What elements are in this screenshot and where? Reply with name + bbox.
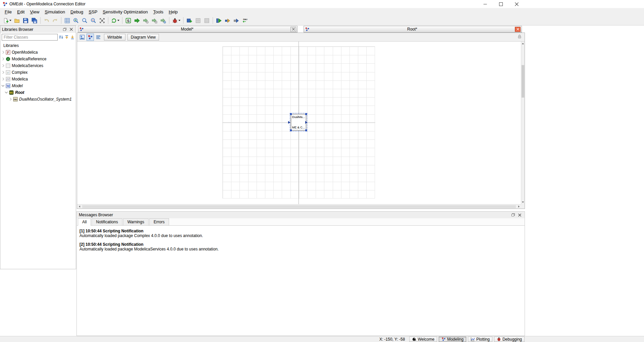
scroll-left-button[interactable]	[77, 205, 82, 209]
tree-item-openmodelica[interactable]: P OpenModelica	[0, 49, 76, 56]
simulate-animation-button[interactable]	[159, 16, 167, 25]
writable-button[interactable]: Writable	[104, 34, 125, 41]
menu-tools[interactable]: Tools	[151, 8, 166, 15]
simulate-transformational-debugger-button[interactable]	[142, 16, 150, 25]
scroll-right-button[interactable]	[517, 205, 521, 209]
undo-button[interactable]	[42, 16, 51, 25]
zoom-out-button[interactable]	[89, 16, 98, 25]
menu-simulation[interactable]: Simulation	[42, 8, 68, 15]
perspective-modeling-button[interactable]: Modeling	[439, 337, 466, 342]
filter-classes-input[interactable]	[2, 34, 58, 41]
model-window-close-button[interactable]	[290, 27, 296, 32]
resize-handle[interactable]	[305, 129, 307, 131]
close-dock-button[interactable]	[68, 27, 74, 32]
tree-item-dualmassoscillator-system1[interactable]: FMU DualMassOscillator_System1	[0, 96, 76, 103]
expand-chevron-icon[interactable]	[9, 98, 12, 101]
menu-help[interactable]: Help	[166, 8, 180, 15]
svg-text:P: P	[7, 51, 9, 54]
open-model-button[interactable]	[13, 16, 21, 25]
resize-handle[interactable]	[305, 113, 307, 115]
scroll-up-button[interactable]	[521, 42, 525, 46]
collapse-chevron-icon[interactable]	[5, 91, 8, 94]
menu-debug[interactable]: Debug	[68, 8, 86, 15]
sort-classes-button[interactable]	[59, 34, 63, 41]
expand-chevron-icon[interactable]	[2, 58, 4, 60]
tree-item-complex[interactable]: c Complex	[0, 69, 76, 76]
menu-view[interactable]: View	[27, 8, 42, 15]
redo-button[interactable]	[51, 16, 59, 25]
libraries-browser-dock: Libraries Browser Libraries P OpenModeli…	[0, 25, 76, 269]
menu-edit[interactable]: Edit	[14, 8, 27, 15]
maximize-button[interactable]	[493, 0, 509, 8]
menu-sensitivity-optimization[interactable]: Sensitivity Optimization	[100, 8, 150, 15]
reset-zoom-button[interactable]	[80, 16, 89, 25]
fit-to-diagram-button[interactable]	[98, 16, 106, 25]
float-dock-button[interactable]	[510, 213, 516, 218]
horizontal-scrollbar[interactable]	[77, 204, 521, 209]
root-window-close-button[interactable]	[515, 27, 521, 32]
align-interfaces-button[interactable]	[232, 16, 240, 25]
close-dock-button[interactable]	[517, 213, 523, 218]
text-view-icon	[96, 35, 101, 40]
output-connector-icon[interactable]	[305, 121, 308, 124]
expand-chevron-icon[interactable]	[2, 64, 4, 67]
instantiate-model-button[interactable]	[185, 16, 194, 25]
simulate-button[interactable]	[133, 16, 141, 25]
horizontal-scroll-thumb[interactable]	[82, 205, 516, 208]
icon-view-button[interactable]	[78, 34, 86, 41]
tree-item-model[interactable]: M Model	[0, 82, 76, 89]
tree-item-modelica[interactable]: Modelica	[0, 76, 76, 82]
resize-handle[interactable]	[290, 113, 292, 115]
show-grid-icon	[64, 18, 70, 23]
menu-file[interactable]: File	[2, 8, 14, 15]
debug-button[interactable]	[171, 16, 181, 25]
model-window-titlebar[interactable]: Model*	[78, 26, 298, 33]
zoom-in-button[interactable]	[72, 16, 80, 25]
collapse-all-button[interactable]	[70, 34, 75, 41]
check-all-models-button[interactable]	[203, 16, 211, 25]
vertical-scroll-thumb[interactable]	[522, 65, 524, 98]
scroll-down-button[interactable]	[521, 200, 525, 204]
fetch-interface-data-button[interactable]	[223, 16, 232, 25]
perspective-welcome-button[interactable]: Welcome	[409, 337, 437, 342]
new-model-button[interactable]	[2, 16, 12, 25]
expand-chevron-icon[interactable]	[2, 71, 4, 74]
vertical-scrollbar[interactable]	[521, 42, 525, 204]
tab-warnings[interactable]: Warnings	[123, 218, 149, 225]
input-connector-icon[interactable]	[288, 121, 290, 124]
tree-item-modelicareference[interactable]: i ModelicaReference	[0, 56, 76, 62]
save-all-button[interactable]	[30, 16, 39, 25]
save-button[interactable]	[21, 16, 30, 25]
component-dualmassoscillator[interactable]: DualMa... ME & C...	[291, 114, 306, 130]
perspective-debugging-button[interactable]: Debugging	[494, 337, 525, 342]
diagram-canvas[interactable]: DualMa... ME & C...	[77, 42, 521, 204]
tab-all[interactable]: All	[78, 218, 91, 226]
tree-item-root[interactable]: WC Root	[0, 89, 76, 96]
tab-errors[interactable]: Errors	[149, 218, 169, 225]
float-dock-button[interactable]	[62, 27, 67, 32]
perspective-plotting-button[interactable]: Plotting	[468, 337, 492, 342]
resize-handle[interactable]	[290, 129, 292, 131]
menu-ssp[interactable]: SSP	[86, 8, 100, 15]
root-window-titlebar[interactable]: Root*	[304, 26, 522, 33]
text-view-button[interactable]	[95, 34, 102, 41]
check-model-button[interactable]	[194, 16, 202, 25]
debugging-icon	[497, 337, 501, 341]
re-simulate-button[interactable]	[110, 16, 120, 25]
root-window-title: Root*	[310, 27, 514, 32]
diagram-view-button[interactable]	[87, 34, 94, 41]
expand-all-button[interactable]	[64, 34, 69, 41]
tree-item-modelicaservices[interactable]: ModelicaServices	[0, 62, 76, 69]
view-mode-button[interactable]: Diagram View	[127, 34, 159, 41]
simulate-algorithmic-debugger-button[interactable]	[150, 16, 159, 25]
close-button[interactable]	[509, 0, 525, 8]
minimize-button[interactable]	[477, 0, 493, 8]
expand-chevron-icon[interactable]	[2, 78, 4, 80]
simulation-setup-button[interactable]: S	[124, 16, 132, 25]
tlm-simulate-button[interactable]	[215, 16, 223, 25]
expand-chevron-icon[interactable]	[2, 51, 4, 54]
collapse-chevron-icon[interactable]	[2, 84, 4, 87]
tab-notifications[interactable]: Notifications	[92, 218, 122, 225]
show-grid-button[interactable]	[63, 16, 71, 25]
add-submodel-fmu-button[interactable]: FMU	[241, 16, 249, 25]
